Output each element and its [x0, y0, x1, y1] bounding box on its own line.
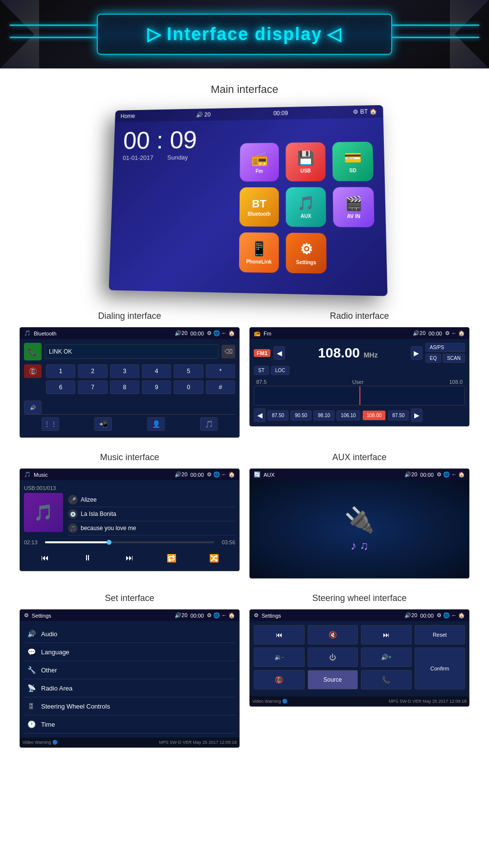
- dial-bt-btn[interactable]: 🎵: [200, 417, 218, 431]
- app-avin[interactable]: 🎬 AV IN: [333, 187, 375, 227]
- dial-key-9[interactable]: 9: [142, 380, 171, 394]
- app-aux[interactable]: 🎵 AUX: [286, 187, 326, 227]
- other-icon: 🔧: [26, 665, 36, 675]
- music-screen-header: 🎵 Music 🔊20 00:00 ⚙ 🌐 ← 🏠: [20, 469, 239, 480]
- dial-phonebook-btn[interactable]: 👤: [147, 417, 165, 431]
- steering-label-title: Steering wheel interface: [312, 593, 406, 603]
- radio-time: 00:00: [428, 331, 442, 336]
- app-sd[interactable]: 💳 SD: [332, 142, 373, 181]
- interfaces-grid-row3: Set interface ⚙ Settings 🔊20 00:00 ⚙ 🌐 ←…: [20, 593, 469, 748]
- settings-other[interactable]: 🔧 Other: [24, 661, 235, 679]
- track3-icon: 🎵: [68, 523, 78, 533]
- time-label: 00:09: [273, 110, 288, 117]
- steering-confirm-btn[interactable]: Confirm: [415, 647, 466, 690]
- music-repeat-btn[interactable]: 🔁: [163, 551, 180, 565]
- radio-channel-prev[interactable]: ◀: [254, 408, 266, 422]
- fm-icon: 📻: [251, 151, 268, 167]
- radio-asps-btn[interactable]: AS/PS: [425, 343, 465, 352]
- radio-st-btn[interactable]: ST: [254, 366, 269, 375]
- dial-contacts-btn[interactable]: ⋮⋮: [42, 417, 59, 431]
- radio-user-text: User: [352, 379, 363, 385]
- bt-symbol: BT: [252, 197, 267, 210]
- steering-screen-header: ⚙ Settings 🔊20 00:00 ⚙ 🌐 ← 🏠: [250, 610, 469, 621]
- steering-answer-btn[interactable]: 📞: [361, 670, 412, 690]
- dial-input-field[interactable]: LINK OK: [44, 344, 219, 359]
- bt-icon-small: 🎵: [24, 330, 31, 336]
- app-settings[interactable]: ⚙ Settings: [286, 233, 327, 274]
- steering-source-btn[interactable]: Source: [308, 670, 358, 690]
- settings-radio-area[interactable]: 📡 Radio Area: [24, 679, 235, 697]
- radio-ch-5[interactable]: 108.00: [362, 410, 386, 421]
- music-progress-bar[interactable]: [45, 541, 214, 543]
- dial-backspace-btn[interactable]: ⌫: [222, 345, 235, 358]
- steering-next-btn[interactable]: ⏭: [361, 625, 412, 645]
- settings-steering[interactable]: 🎛 Steering Wheel Controls: [24, 697, 235, 715]
- radio-eq-btn[interactable]: EQ: [425, 354, 441, 363]
- radio-mhz: MHz: [364, 351, 378, 359]
- app-fm[interactable]: 📻 Fm: [240, 143, 279, 181]
- steering-screen-frame: ⚙ Settings 🔊20 00:00 ⚙ 🌐 ← 🏠 ⏮ 🔇 ⏭ Res: [249, 609, 469, 707]
- dial-key-star[interactable]: *: [206, 364, 235, 378]
- dial-key-4[interactable]: 4: [142, 364, 171, 378]
- music-prev-btn[interactable]: ⏮: [36, 551, 54, 565]
- steering-reset-btn[interactable]: Reset: [415, 625, 466, 645]
- radio-prev-btn[interactable]: ◀: [273, 346, 285, 360]
- dial-hangup-btn[interactable]: 📵: [24, 364, 42, 378]
- track2-name: La Isla Bonita: [81, 511, 116, 517]
- interfaces-grid-row2: Music interface 🎵 Music 🔊20 00:00 ⚙ 🌐 ← …: [20, 452, 469, 579]
- dial-key-5[interactable]: 5: [174, 364, 203, 378]
- radio-channel-next[interactable]: ▶: [411, 408, 422, 422]
- dial-key-0[interactable]: 0: [174, 380, 203, 394]
- volume-label: 🔊 20: [196, 111, 211, 118]
- radio-st-loc-row: ST LOC: [254, 366, 465, 375]
- radio-ch-6[interactable]: 87.50: [388, 410, 409, 421]
- steering-mute-btn[interactable]: 🔇: [308, 625, 358, 645]
- dial-vol-btn[interactable]: 🔊: [24, 401, 42, 414]
- radio-next-btn[interactable]: ▶: [411, 346, 422, 360]
- dial-key-2[interactable]: 2: [78, 364, 107, 378]
- app-phonelink[interactable]: 📱 PhoneLink: [239, 232, 279, 273]
- dialing-volume: 🔊20: [175, 330, 187, 336]
- steering-hang-btn[interactable]: 📵: [254, 670, 305, 690]
- settings-icon: ⚙: [300, 241, 312, 258]
- radio-fm-badge: FM1: [254, 349, 270, 357]
- app-bt[interactable]: BT Bluetooth: [240, 187, 279, 227]
- radio-header-right: 🔊20 00:00 ⚙ ← 🏠: [413, 330, 465, 336]
- dialing-bt-label: Bluetooth: [34, 331, 56, 336]
- steering-vol-down-btn[interactable]: 🔉-: [254, 647, 305, 667]
- dial-key-hash[interactable]: #: [206, 380, 235, 394]
- radio-frequency: 108.00 MHz: [288, 345, 408, 361]
- bt-label: Bluetooth: [247, 211, 270, 216]
- music-next-btn[interactable]: ⏭: [121, 551, 138, 565]
- steering-power-btn[interactable]: ⏻: [308, 647, 358, 667]
- radio-ch-1[interactable]: 87.50: [267, 410, 289, 421]
- dial-key-6[interactable]: 6: [46, 380, 75, 394]
- settings-language[interactable]: 💬 Language: [24, 643, 235, 661]
- dial-key-8[interactable]: 8: [110, 380, 139, 394]
- steering-volume: 🔊20: [404, 612, 417, 619]
- dial-key-7[interactable]: 7: [78, 380, 107, 394]
- steering-time: 00:00: [420, 613, 434, 619]
- dial-key-3[interactable]: 3: [110, 364, 139, 378]
- steering-status: ⚙ 🌐 ← 🏠: [437, 612, 465, 619]
- radio-scan-btn[interactable]: SCAN: [443, 354, 465, 363]
- dial-transfer-btn[interactable]: 📲: [94, 417, 112, 431]
- steering-vol-up-btn[interactable]: 🔊+: [361, 647, 412, 667]
- settings-status: ⚙ 🌐 ← 🏠: [207, 612, 235, 619]
- settings-time-item[interactable]: 🕐 Time: [24, 715, 235, 734]
- dial-key-1[interactable]: 1: [46, 364, 75, 378]
- radio-loc-btn[interactable]: LOC: [271, 366, 290, 375]
- dialing-label: Dialing interface: [98, 311, 161, 321]
- radio-volume: 🔊20: [413, 330, 425, 336]
- dial-call-btn[interactable]: 📞: [24, 343, 42, 360]
- radio-ch-3[interactable]: 98.10: [313, 410, 334, 421]
- settings-audio[interactable]: 🔊 Audio: [24, 625, 235, 643]
- radio-area-label: Radio Area: [41, 685, 72, 692]
- music-shuffle-btn[interactable]: 🔀: [205, 551, 223, 565]
- music-play-btn[interactable]: ⏸: [79, 551, 96, 565]
- aux-music-notes: ♪ ♫: [344, 539, 375, 553]
- radio-ch-2[interactable]: 90.50: [290, 410, 311, 421]
- app-usb[interactable]: 💾 USB: [286, 142, 326, 181]
- steering-prev-btn[interactable]: ⏮: [254, 625, 305, 645]
- radio-ch-4[interactable]: 106.10: [336, 410, 360, 421]
